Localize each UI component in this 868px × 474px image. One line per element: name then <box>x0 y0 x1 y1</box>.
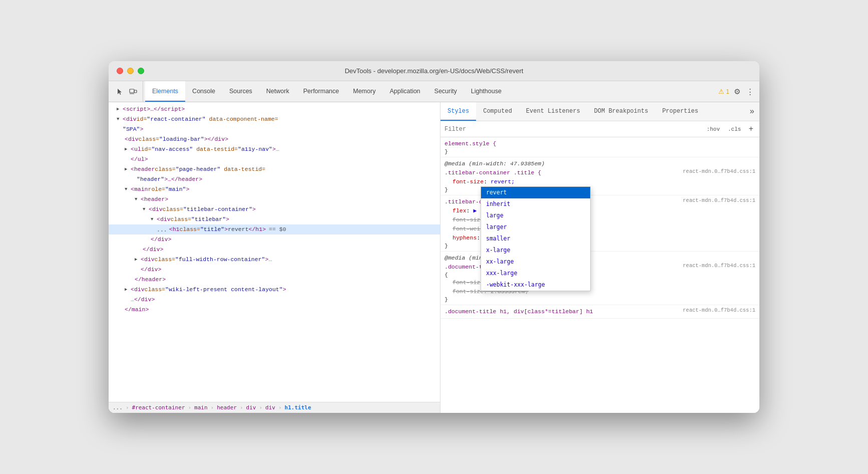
tab-security[interactable]: Security <box>427 81 464 102</box>
warning-badge[interactable]: ⚠ 1 <box>718 88 729 95</box>
triangle-icon[interactable]: ▶ <box>125 165 131 174</box>
tab-elements[interactable]: Elements <box>145 81 185 102</box>
dom-line[interactable]: ▶ <script>…</script> <box>109 104 440 114</box>
source-link[interactable]: react-mdn.0…f7b4d.css:1 <box>683 168 755 177</box>
tab-lighthouse[interactable]: Lighthouse <box>464 81 509 102</box>
dom-line[interactable]: ▼ <div class="titlebar-container" > <box>109 204 440 214</box>
breadcrumb-dots[interactable]: ... <box>113 404 123 411</box>
minimize-button[interactable] <box>127 68 134 74</box>
dom-line-selected[interactable]: ... <h1 class="title" > revert </h1> == … <box>109 224 440 234</box>
toolbar-icons <box>111 81 143 102</box>
title-bar: DevTools - developer.mozilla.org/en-US/d… <box>109 61 759 81</box>
dom-line[interactable]: ▶ <div class="full-width-row-container" … <box>109 255 440 265</box>
autocomplete-item-large[interactable]: large <box>481 210 590 221</box>
dom-panel: ▶ <script>…</script> ▼ <div id="react-co… <box>109 102 441 413</box>
dom-line[interactable]: ▼ <header> <box>109 194 440 204</box>
style-selector[interactable]: .titlebar-container .title { <box>445 168 541 177</box>
autocomplete-item-xxx-large[interactable]: xxx-large <box>481 268 590 279</box>
tab-event-listeners[interactable]: Event Listeners <box>519 102 587 121</box>
style-selector[interactable]: element.style { <box>445 139 755 148</box>
tab-styles[interactable]: Styles <box>441 102 476 121</box>
style-media-query[interactable]: @media (min-width: 47.9385em) <box>445 159 545 168</box>
dom-line[interactable]: ▼ <div id="react-container" data-compone… <box>109 114 440 124</box>
dom-line[interactable]: ▼ <div class="titlebar" > <box>109 214 440 224</box>
dom-line[interactable]: ▼ <main role="main" > <box>109 184 440 194</box>
toolbar-right: ⚠ 1 ⚙ ⋮ <box>718 81 759 102</box>
autocomplete-item-inherit[interactable]: inherit <box>481 198 590 210</box>
tab-application[interactable]: Application <box>382 81 427 102</box>
tab-memory[interactable]: Memory <box>346 81 382 102</box>
more-options-icon[interactable]: ⋮ <box>744 86 755 97</box>
filter-bar: :hov .cls + <box>441 121 759 137</box>
style-selector[interactable]: .document-title h1, div[class*=titlebar]… <box>445 307 593 316</box>
triangle-icon[interactable]: ▶ <box>117 105 123 114</box>
tab-performance[interactable]: Performance <box>296 81 346 102</box>
tab-sources[interactable]: Sources <box>222 81 259 102</box>
tab-computed[interactable]: Computed <box>476 102 519 121</box>
triangle-icon[interactable]: ▶ <box>135 255 141 264</box>
autocomplete-item-xx-large[interactable]: xx-large <box>481 256 590 268</box>
device-icon[interactable] <box>128 86 139 97</box>
dom-line[interactable]: ▶ <header class="page-header" data-testi… <box>109 164 440 174</box>
style-block-element: element.style { } <box>441 137 759 157</box>
hov-button[interactable]: :hov <box>704 125 722 134</box>
breadcrumb-div1[interactable]: div <box>246 404 256 411</box>
autocomplete-dropdown: revert inherit large larger smaller x-la… <box>481 186 591 291</box>
triangle-icon[interactable]: ▼ <box>125 185 131 194</box>
styles-content[interactable]: element.style { } @media (min-width: 47.… <box>441 137 759 413</box>
style-close-brace: } <box>445 148 755 155</box>
style-block-media-title: @media (min-width: 47.9385em) .titlebar-… <box>441 157 759 195</box>
warning-count: 1 <box>726 88 729 95</box>
dom-line[interactable]: </div> <box>109 245 440 255</box>
devtools-tab-bar: Elements Console Sources Network Perform… <box>109 81 759 102</box>
filter-buttons: :hov .cls + <box>704 125 755 134</box>
tab-dom-breakpoints[interactable]: DOM Breakpoints <box>587 102 655 121</box>
triangle-icon[interactable]: ▶ <box>125 145 131 154</box>
tab-network[interactable]: Network <box>259 81 296 102</box>
devtools-window: DevTools - developer.mozilla.org/en-US/d… <box>109 61 759 413</box>
breadcrumb-header[interactable]: header <box>217 404 237 411</box>
triangle-icon[interactable]: ▼ <box>151 215 157 224</box>
dom-tree[interactable]: ▶ <script>…</script> ▼ <div id="react-co… <box>109 102 440 402</box>
autocomplete-item-revert[interactable]: revert <box>481 187 590 198</box>
cls-button[interactable]: .cls <box>725 125 743 134</box>
triangle-icon[interactable]: ▼ <box>143 205 149 214</box>
autocomplete-item-x-large[interactable]: x-large <box>481 245 590 256</box>
breadcrumb-div2[interactable]: div <box>265 404 275 411</box>
triangle-icon[interactable]: ▼ <box>117 115 123 124</box>
dom-line[interactable]: … </div> <box>109 295 440 305</box>
dom-line[interactable]: </header> <box>109 275 440 285</box>
more-tabs-button[interactable]: » <box>744 102 759 121</box>
breadcrumb-h1[interactable]: h1.title <box>285 404 311 411</box>
dom-line[interactable]: ▶ <ul id="nav-access" data-testid="a11y-… <box>109 144 440 154</box>
close-button[interactable] <box>117 68 123 74</box>
add-style-button[interactable]: + <box>746 125 755 134</box>
autocomplete-item-larger[interactable]: larger <box>481 221 590 233</box>
cursor-icon[interactable] <box>115 86 126 97</box>
dom-line[interactable]: </div> <box>109 265 440 275</box>
source-link[interactable]: react-mdn.0…f7b4d.css:1 <box>683 307 755 316</box>
breadcrumb: ... › #react-container › main › header ›… <box>109 402 440 413</box>
style-prop[interactable]: font-size : revert; <box>445 177 755 186</box>
dom-line[interactable]: ▶ <div class="wiki-left-present content-… <box>109 285 440 295</box>
svg-rect-0 <box>130 89 134 93</box>
triangle-icon[interactable]: ▼ <box>135 195 141 204</box>
dom-line[interactable]: </main> <box>109 305 440 315</box>
dom-line[interactable]: </ul> <box>109 154 440 164</box>
dom-line: "header" >…</header> <box>109 174 440 184</box>
dom-line[interactable]: </div> <box>109 234 440 245</box>
breadcrumb-react-container[interactable]: #react-container <box>132 404 185 411</box>
dom-line[interactable]: <div class="loading-bar" ></div> <box>109 134 440 144</box>
autocomplete-item-webkit-xxx-large[interactable]: -webkit-xxx-large <box>481 279 590 291</box>
tab-console[interactable]: Console <box>185 81 222 102</box>
source-link[interactable]: react-mdn.0…f7b4d.css:1 <box>683 197 755 206</box>
fullscreen-button[interactable] <box>138 68 144 74</box>
traffic-lights <box>117 68 144 74</box>
tab-properties[interactable]: Properties <box>655 102 705 121</box>
source-link[interactable]: react-mdn.0…f7b4d.css:1 <box>683 263 755 272</box>
filter-input[interactable] <box>445 126 704 133</box>
triangle-icon[interactable]: ▶ <box>125 285 131 294</box>
settings-icon[interactable]: ⚙ <box>731 86 742 97</box>
breadcrumb-main[interactable]: main <box>194 404 208 411</box>
autocomplete-item-smaller[interactable]: smaller <box>481 233 590 245</box>
